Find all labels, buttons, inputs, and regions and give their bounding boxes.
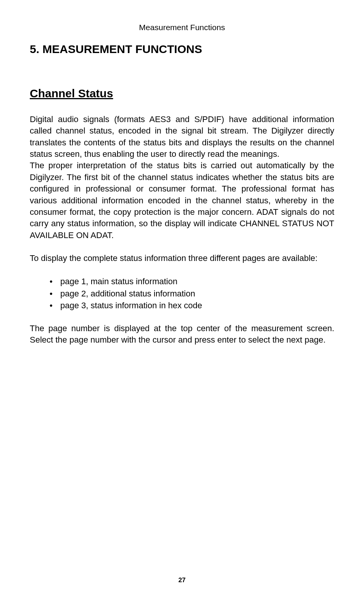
paragraph-2: The proper interpretation of the status … (30, 160, 334, 241)
paragraph-3: To display the complete status informati… (30, 253, 334, 264)
bullet-list: page 1, main status information page 2, … (50, 275, 334, 311)
list-item: page 3, status information in hex code (50, 299, 334, 311)
paragraph-4: The page number is displayed at the top … (30, 323, 334, 346)
page-header: Measurement Functions (30, 23, 334, 32)
chapter-title: 5. MEASUREMENT FUNCTIONS (30, 43, 334, 56)
paragraph-block-1: Digital audio signals (formats AES3 and … (30, 114, 334, 241)
list-item: page 2, additional status information (50, 288, 334, 299)
section-title: Channel Status (30, 87, 334, 100)
list-item: page 1, main status information (50, 275, 334, 287)
page-number: 27 (0, 576, 364, 584)
paragraph-1: Digital audio signals (formats AES3 and … (30, 114, 334, 160)
